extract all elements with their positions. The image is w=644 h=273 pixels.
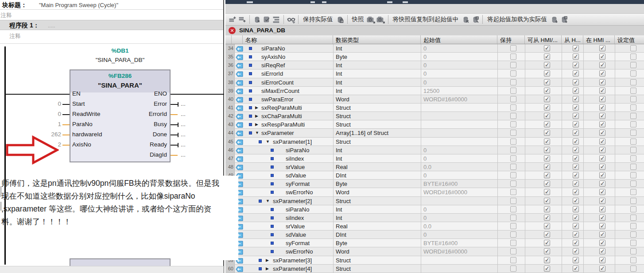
- retain-checkbox[interactable]: [510, 104, 516, 111]
- table-row[interactable]: 45▼sxParameter[1]Struct: [225, 138, 644, 146]
- data-type-cell[interactable]: Int: [336, 215, 342, 221]
- copy-snapshot-selected-icon[interactable]: [461, 15, 470, 24]
- accessible-from-hmi-checkbox[interactable]: [544, 138, 550, 145]
- retain-checkbox[interactable]: [510, 215, 516, 221]
- setpoint-checkbox[interactable]: [630, 164, 636, 170]
- member-name[interactable]: sdValue: [286, 231, 306, 238]
- visible-in-hmi-checkbox[interactable]: [599, 206, 605, 212]
- member-name[interactable]: siParaNo: [286, 147, 309, 154]
- visible-in-hmi-checkbox[interactable]: [599, 265, 605, 272]
- start-value-cell[interactable]: 0: [423, 172, 427, 179]
- visible-in-hmi-checkbox[interactable]: [599, 223, 605, 229]
- member-name[interactable]: siParaNo: [261, 45, 285, 52]
- visible-in-hmi-checkbox[interactable]: [599, 172, 605, 178]
- data-type-cell[interactable]: Struct: [336, 138, 351, 145]
- visible-in-hmi-checkbox[interactable]: [599, 45, 605, 51]
- writable-from-hmi-checkbox[interactable]: [573, 240, 579, 246]
- setpoint-checkbox[interactable]: [630, 113, 636, 119]
- writable-from-hmi-checkbox[interactable]: [573, 130, 579, 136]
- input-value-axisno[interactable]: 2: [27, 141, 61, 148]
- block-title-value[interactable]: "Main Program Sweep (Cycle)": [39, 2, 118, 8]
- retain-checkbox[interactable]: [510, 257, 516, 263]
- writable-from-hmi-checkbox[interactable]: [573, 181, 579, 187]
- setpoint-checkbox[interactable]: [630, 189, 636, 195]
- table-row[interactable]: 53siParaNoInt0: [225, 205, 644, 214]
- input-value-hardwareid[interactable]: 262: [27, 131, 61, 138]
- table-row[interactable]: 48srValueReal0.0: [225, 163, 644, 171]
- copy-snapshot-to-start-button[interactable]: 将快照值复制到起始值中: [393, 15, 459, 23]
- accessible-from-hmi-checkbox[interactable]: [544, 265, 550, 272]
- setpoint-checkbox[interactable]: [630, 121, 636, 127]
- member-name[interactable]: siParaNo: [286, 206, 309, 213]
- retain-checkbox[interactable]: [510, 96, 516, 102]
- accessible-from-hmi-checkbox[interactable]: [544, 147, 550, 153]
- table-row[interactable]: 34siParaNoInt0: [225, 44, 644, 53]
- retain-checkbox[interactable]: [510, 113, 516, 119]
- accessible-from-hmi-checkbox[interactable]: [544, 113, 550, 119]
- visible-in-hmi-checkbox[interactable]: [599, 248, 605, 254]
- visible-in-hmi-checkbox[interactable]: [599, 88, 605, 94]
- output-operand-placeholder[interactable]: ...: [181, 121, 186, 127]
- input-value-parano[interactable]: 1: [27, 121, 61, 127]
- expand-arrow-icon[interactable]: ▶: [255, 105, 258, 110]
- table-row[interactable]: 57syFormatByteBYTE#16#00: [225, 239, 644, 247]
- data-type-cell[interactable]: Real: [336, 164, 348, 170]
- retain-checkbox[interactable]: [510, 240, 516, 246]
- start-value-cell[interactable]: BYTE#16#00: [423, 240, 458, 246]
- visible-in-hmi-checkbox[interactable]: [599, 257, 605, 263]
- start-value-cell[interactable]: 0: [423, 54, 427, 60]
- setpoint-checkbox[interactable]: [630, 79, 636, 85]
- accessible-from-hmi-checkbox[interactable]: [544, 96, 550, 102]
- accessible-from-hmi-checkbox[interactable]: [544, 248, 550, 254]
- setpoint-checkbox[interactable]: [630, 130, 636, 136]
- table-row[interactable]: 49sdValueDInt0: [225, 171, 644, 180]
- data-type-cell[interactable]: Int: [336, 79, 342, 86]
- setpoint-checkbox[interactable]: [630, 248, 636, 254]
- start-value-cell[interactable]: 12500: [423, 88, 439, 94]
- setpoint-checkbox[interactable]: [630, 96, 636, 102]
- collapse-arrow-icon[interactable]: ▼: [266, 199, 270, 203]
- writable-from-hmi-checkbox[interactable]: [573, 79, 579, 85]
- retain-checkbox[interactable]: [510, 164, 516, 170]
- data-type-cell[interactable]: Struct: [336, 121, 351, 128]
- setpoint-checkbox[interactable]: [630, 198, 636, 204]
- accessible-from-hmi-checkbox[interactable]: [544, 54, 550, 60]
- member-name[interactable]: siReqRef: [261, 62, 285, 69]
- writable-from-hmi-checkbox[interactable]: [573, 121, 579, 127]
- setpoint-checkbox[interactable]: [630, 70, 636, 77]
- visible-in-hmi-checkbox[interactable]: [599, 79, 605, 85]
- table-row[interactable]: 43▶sxRespParaMultiStruct: [225, 120, 644, 129]
- header-setpoint[interactable]: 设定值: [615, 35, 644, 44]
- setpoint-checkbox[interactable]: [630, 88, 636, 94]
- retain-checkbox[interactable]: [510, 189, 516, 195]
- visible-in-hmi-checkbox[interactable]: [599, 70, 605, 77]
- setpoint-checkbox[interactable]: [630, 231, 636, 238]
- table-row[interactable]: 38siErrorCountInt0: [225, 78, 644, 87]
- data-type-cell[interactable]: Int: [336, 155, 342, 162]
- start-value-cell[interactable]: 0: [423, 70, 427, 77]
- block-comment-placeholder[interactable]: 注释: [0, 12, 12, 19]
- member-name[interactable]: sxParameter: [261, 130, 294, 136]
- data-type-cell[interactable]: Struct: [336, 113, 351, 119]
- table-row[interactable]: 59▶sxParameter[3]Struct: [225, 256, 644, 265]
- reset-start-values-icon[interactable]: [252, 15, 261, 24]
- setpoint-checkbox[interactable]: [630, 62, 636, 68]
- visible-in-hmi-checkbox[interactable]: [599, 62, 605, 68]
- data-type-cell[interactable]: Word: [336, 96, 349, 103]
- writable-from-hmi-checkbox[interactable]: [573, 164, 579, 170]
- member-name[interactable]: sxParameter[3]: [273, 257, 312, 264]
- writable-from-hmi-checkbox[interactable]: [573, 104, 579, 111]
- load-start-as-actual-button[interactable]: 将起始值加载为实际值: [487, 15, 547, 23]
- table-row[interactable]: 58swErrorNoWordWORD#16#0000: [225, 247, 644, 256]
- accessible-from-hmi-checkbox[interactable]: [544, 223, 550, 229]
- data-type-cell[interactable]: Real: [336, 223, 348, 230]
- start-value-cell[interactable]: WORD#16#0000: [423, 96, 467, 103]
- input-value-readwrite[interactable]: 0: [27, 111, 61, 117]
- visible-in-hmi-checkbox[interactable]: [599, 215, 605, 221]
- table-row[interactable]: 36siReqRefInt0: [225, 61, 644, 69]
- visible-in-hmi-checkbox[interactable]: [599, 104, 605, 111]
- visible-in-hmi-checkbox[interactable]: [599, 189, 605, 195]
- setpoint-checkbox[interactable]: [630, 215, 636, 221]
- start-value-cell[interactable]: 0.0: [423, 164, 431, 170]
- accessible-from-hmi-checkbox[interactable]: [544, 155, 550, 161]
